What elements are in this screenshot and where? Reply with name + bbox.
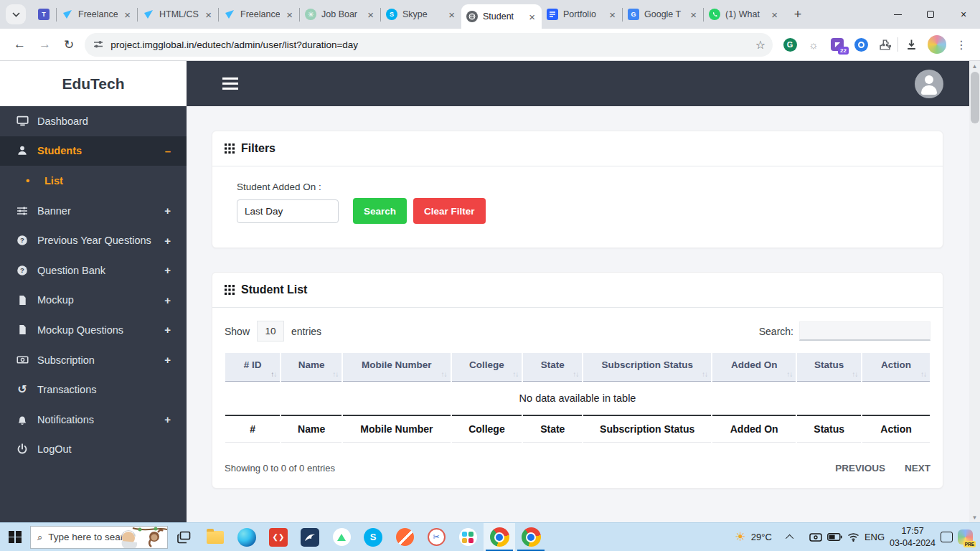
column-header-state[interactable]: State↑↓	[523, 353, 582, 382]
page-scrollbar[interactable]: ▲ ▼	[969, 61, 980, 522]
forward-button[interactable]: →	[39, 37, 51, 52]
code-editor-button[interactable]: ❮❯	[263, 523, 294, 551]
scroll-down-icon[interactable]: ▼	[969, 512, 980, 522]
site-info-icon[interactable]	[93, 39, 103, 50]
expand-icon[interactable]: +	[164, 235, 171, 247]
column-header-id[interactable]: # ID↑↓	[225, 353, 280, 382]
cast-icon[interactable]	[809, 532, 822, 542]
android-studio-button[interactable]	[326, 523, 357, 551]
back-button[interactable]: ←	[14, 37, 26, 52]
tab-portfolio[interactable]: Portfolio ×	[542, 0, 622, 29]
chrome-button-2[interactable]	[515, 523, 547, 551]
expand-icon[interactable]: +	[164, 204, 171, 217]
sidebar-item-mockup-questions[interactable]: Mockup Questions +	[0, 315, 187, 345]
weather-temp[interactable]: 29°C	[751, 532, 772, 542]
expand-icon[interactable]: +	[164, 294, 171, 306]
taskbar-search[interactable]: ⌕	[30, 526, 168, 549]
expand-icon[interactable]: +	[164, 354, 171, 366]
previous-button[interactable]: PREVIOUS	[835, 463, 885, 474]
file-explorer-button[interactable]	[199, 523, 231, 551]
sidebar-item-transactions[interactable]: ↺ Transactions	[0, 375, 187, 405]
tab-close-icon[interactable]: ×	[366, 9, 375, 21]
clear-filter-button[interactable]: Clear Filter	[413, 198, 486, 224]
tab-close-icon[interactable]: ×	[770, 9, 779, 21]
battery-icon[interactable]	[827, 533, 842, 541]
expand-icon[interactable]: +	[164, 324, 171, 336]
new-tab-button[interactable]: +	[787, 4, 809, 25]
sidebar-item-banner[interactable]: Banner +	[0, 196, 187, 226]
tab-student-active[interactable]: Student ×	[461, 4, 542, 29]
extension-icon-purple[interactable]: 22	[830, 37, 844, 52]
address-bar[interactable]: project.imgglobal.in/edutech/admin/user/…	[85, 33, 773, 57]
edge-button[interactable]	[231, 523, 263, 551]
user-avatar[interactable]	[915, 70, 943, 98]
column-header-status[interactable]: Status↑↓	[797, 353, 861, 382]
sidebar-item-mockup[interactable]: Mockup +	[0, 286, 187, 316]
tab-close-icon[interactable]: ×	[689, 9, 698, 21]
tab-whatsapp[interactable]: (1) What ×	[704, 0, 784, 29]
tray-overflow-icon[interactable]	[786, 534, 793, 542]
sidebar-item-students-list[interactable]: • List	[0, 166, 187, 196]
sidebar-item-dashboard[interactable]: Dashboard	[0, 106, 187, 136]
mysql-workbench-button[interactable]	[294, 523, 326, 551]
wifi-icon[interactable]	[847, 532, 859, 542]
expand-icon[interactable]: +	[164, 264, 171, 276]
grammarly-icon[interactable]: G	[783, 37, 797, 52]
column-header-action[interactable]: Action↑↓	[862, 353, 930, 382]
collapse-icon[interactable]: –	[165, 145, 171, 157]
tab-google-translate[interactable]: G Google T ×	[623, 0, 703, 29]
extension-icon-blue[interactable]	[854, 37, 868, 52]
sidebar-item-question-bank[interactable]: ? Question Bank +	[0, 255, 187, 286]
column-header-added-on[interactable]: Added On↑↓	[712, 353, 796, 382]
clock[interactable]: 17:57 03-04-2024	[890, 525, 936, 549]
postman-button[interactable]	[389, 523, 420, 551]
scroll-up-icon[interactable]: ▲	[969, 61, 980, 71]
column-header-subscription[interactable]: Subscription Status↑↓	[583, 353, 711, 382]
tab-close-icon[interactable]: ×	[285, 9, 294, 21]
tab-close-icon[interactable]: ×	[447, 9, 456, 21]
reload-button[interactable]: ↻	[64, 37, 74, 52]
duration-select[interactable]	[237, 199, 339, 223]
sidebar-item-notifications[interactable]: Notifications +	[0, 405, 187, 435]
close-window-button[interactable]: ×	[947, 0, 980, 29]
next-button[interactable]: NEXT	[905, 463, 930, 474]
sidebar-item-previous-year-questions[interactable]: ? Previous Year Questions +	[0, 225, 187, 255]
tab-close-icon[interactable]: ×	[123, 9, 132, 21]
tab-freelancer-2[interactable]: Freelance ×	[219, 0, 299, 29]
task-view-button[interactable]	[168, 523, 199, 551]
tab-close-icon[interactable]: ×	[608, 9, 617, 21]
language-indicator[interactable]: ENG	[864, 532, 885, 542]
extensions-puzzle-icon[interactable]	[877, 37, 892, 52]
browser-profile-avatar[interactable]	[928, 35, 946, 54]
column-header-mobile[interactable]: Mobile Number↑↓	[343, 353, 450, 382]
snipping-tool-button[interactable]: ✂	[420, 523, 452, 551]
hamburger-menu-icon[interactable]	[222, 77, 238, 90]
chrome-button-active[interactable]	[484, 523, 515, 551]
weather-sun-icon[interactable]: ☀	[735, 529, 746, 545]
column-header-college[interactable]: College↑↓	[452, 353, 522, 382]
sidebar-item-subscription[interactable]: Subscription +	[0, 345, 187, 375]
notification-center-icon[interactable]	[941, 532, 953, 542]
tab-search-button[interactable]	[6, 4, 26, 24]
slack-button[interactable]	[452, 523, 484, 551]
start-button[interactable]	[0, 523, 30, 551]
browser-menu-icon[interactable]: ⋮	[956, 38, 967, 52]
skype-button[interactable]: S	[357, 523, 389, 551]
tab-htmlcss[interactable]: HTML/CS ×	[138, 0, 218, 29]
table-search-input[interactable]	[799, 321, 930, 341]
column-header-name[interactable]: Name↑↓	[281, 353, 341, 382]
tab-close-icon[interactable]: ×	[204, 9, 213, 21]
extension-icon-wave[interactable]: ☼	[806, 37, 821, 52]
search-button[interactable]: Search	[353, 198, 407, 224]
tab-freelancer-1[interactable]: Freelance ×	[57, 0, 137, 29]
expand-icon[interactable]: +	[164, 413, 171, 425]
minimize-button[interactable]	[881, 0, 914, 29]
tab-skype[interactable]: S Skype ×	[381, 0, 461, 29]
tab-job-board[interactable]: ✳ Job Boar ×	[300, 0, 380, 29]
pinned-tab-teams[interactable]: T	[32, 0, 56, 29]
scrollbar-thumb[interactable]	[971, 72, 979, 123]
tab-close-icon[interactable]: ×	[527, 11, 537, 23]
restore-button[interactable]	[914, 0, 947, 29]
bookmark-star-icon[interactable]: ☆	[755, 38, 765, 52]
sidebar-item-students[interactable]: Students –	[0, 136, 187, 166]
